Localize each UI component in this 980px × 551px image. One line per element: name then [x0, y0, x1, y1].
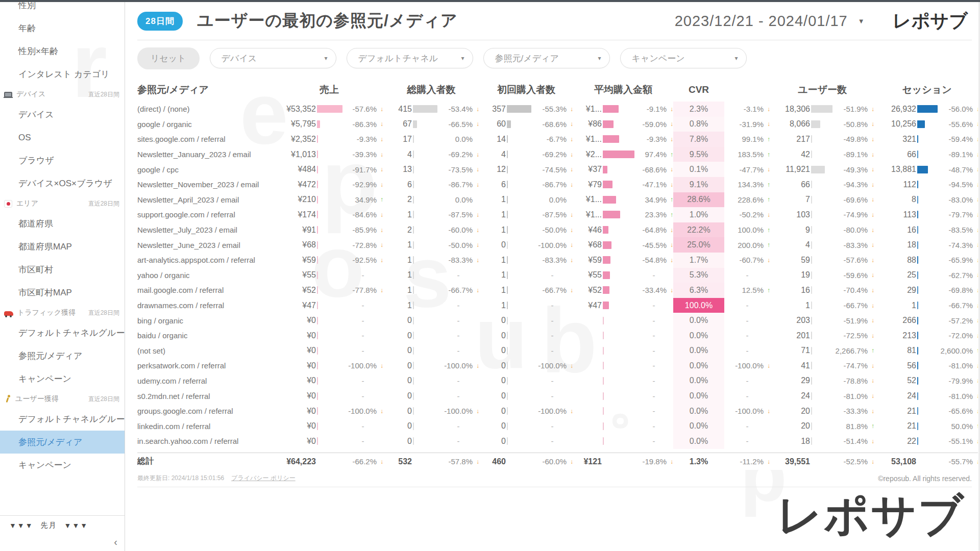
buyers-value: 0: [383, 421, 412, 431]
buyers-value: 0: [383, 376, 412, 385]
avg-value: ¥1...: [573, 135, 602, 144]
first-delta-value: -74.5%: [542, 165, 567, 174]
avg-delta-value: -19.8%: [642, 457, 667, 466]
avg-delta-value: -9.3%: [647, 135, 667, 143]
mini-bar: [917, 211, 918, 218]
up-arrow-icon: ↑: [377, 196, 383, 203]
filter-dropdown[interactable]: 参照元/メディア▾: [483, 48, 610, 68]
chevron-down-icon: ▼: [858, 17, 865, 25]
sidebar-item[interactable]: OS: [0, 126, 125, 149]
first-value: 14: [479, 135, 506, 144]
sidebar-item[interactable]: 性別: [0, 2, 125, 17]
sidebar-item[interactable]: 市区町村MAP: [0, 281, 125, 304]
sales-value: ¥0: [275, 331, 316, 340]
buyers-bar: [412, 317, 437, 324]
sales-delta-value: -91.7%: [352, 165, 377, 174]
sidebar-item[interactable]: インタレスト カテゴリ: [0, 63, 125, 86]
buyers-bar: [412, 347, 437, 355]
filter-dropdown[interactable]: デフォルトチャネル▾: [347, 48, 473, 68]
sidebar-item[interactable]: 都道府県MAP: [0, 235, 125, 258]
avg-delta: -: [634, 437, 673, 445]
table-row: udemy.com / referral¥0-0-0--0.0%-29-78.8…: [137, 373, 978, 389]
avg-delta: -9.3%↓: [634, 135, 673, 143]
triangles-right-icon[interactable]: ▼▼▼: [64, 521, 89, 530]
sidebar-item[interactable]: 性別×年齢: [0, 40, 125, 63]
sessions-value: 113: [874, 210, 916, 219]
down-arrow-icon: ↓: [667, 241, 673, 248]
mini-bar: [603, 211, 620, 218]
cvr-delta: -: [724, 346, 770, 355]
users-value: 217: [770, 135, 810, 144]
mini-bar: [603, 362, 604, 369]
column-header: 参照元/メディア: [137, 83, 275, 96]
sidebar-item[interactable]: ブラウザ: [0, 149, 125, 172]
triangles-left-icon[interactable]: ▼▼▼: [9, 521, 34, 530]
sidebar-item[interactable]: キャンペーン: [0, 454, 125, 477]
reset-button[interactable]: リセット: [137, 47, 200, 69]
sidebar-item[interactable]: 都道府県: [0, 212, 125, 235]
collapse-sidebar-icon[interactable]: ‹: [114, 536, 117, 548]
filter-dropdown[interactable]: デバイス▾: [210, 48, 336, 68]
sidebar-item[interactable]: デフォルトチャネルグループ: [0, 321, 125, 344]
avg-delta: 34.9%↑: [634, 195, 673, 204]
date-range-picker[interactable]: 2023/12/21 - 2024/01/17 ▼: [675, 13, 865, 30]
users-value: 39,551: [770, 457, 810, 466]
mini-bar: [811, 437, 812, 445]
sidebar-item[interactable]: 参照元/メディア: [0, 431, 125, 454]
buyers-delta-value: -66.7%: [448, 286, 473, 294]
sales-value: ¥0: [275, 437, 316, 446]
down-arrow-icon: ↓: [764, 458, 770, 465]
sales-bar: [316, 196, 342, 204]
users-delta-value: -49.8%: [843, 135, 868, 143]
first-bar: [506, 120, 531, 128]
sessions-delta-value: -74.3%: [948, 241, 973, 249]
avg-bar: [602, 226, 634, 234]
mini-bar: [317, 271, 318, 279]
sales-delta: -: [342, 422, 383, 431]
mini-bar: [917, 151, 918, 158]
mini-bar: [413, 241, 414, 249]
users-bar: [810, 181, 832, 188]
avg-value: ¥1...: [573, 105, 602, 114]
first-delta: -50.0%↓: [531, 226, 573, 234]
sales-value: ¥59: [275, 256, 316, 265]
users-delta: -70.4%↓: [832, 286, 874, 294]
filter-dropdown[interactable]: キャンペーン▾: [620, 48, 747, 68]
mini-bar: [917, 226, 918, 234]
sidebar-item[interactable]: デフォルトチャネルグループ: [0, 408, 125, 431]
avg-delta-value: -45.5%: [642, 241, 667, 249]
mini-bar: [917, 422, 918, 430]
mini-bar: [413, 347, 414, 355]
sidebar-item[interactable]: 年齢: [0, 17, 125, 40]
buyers-delta: -57.8%↓: [437, 457, 479, 466]
users-value: 20: [770, 421, 810, 431]
users-value: 20: [770, 407, 810, 416]
avg-delta-value: -47.1%: [642, 180, 667, 189]
mini-bar: [811, 181, 812, 188]
sales-bar: [316, 211, 342, 218]
sidebar-item[interactable]: 市区町村: [0, 258, 125, 281]
sidebar-item[interactable]: デバイス×OS×ブラウザ: [0, 172, 125, 195]
avg-delta: -54.8%↓: [634, 256, 673, 264]
mini-bar: [317, 151, 318, 158]
mini-bar: [811, 317, 812, 324]
sessions-bar: [916, 166, 938, 173]
users-value: 24: [770, 391, 810, 400]
sales-bar: [316, 151, 342, 158]
down-arrow-icon: ↓: [868, 181, 874, 188]
sidebar-item[interactable]: キャンペーン: [0, 367, 125, 390]
mini-bar: [917, 241, 918, 249]
first-bar: [506, 437, 531, 445]
mini-bar: [413, 226, 414, 234]
source-medium-label: drawnames.com / referral: [137, 301, 275, 310]
privacy-policy-link[interactable]: プライバシー ポリシー: [231, 474, 296, 483]
mini-bar: [917, 256, 918, 264]
sidebar-item[interactable]: 参照元/メディア: [0, 344, 125, 367]
sessions-delta-value: 50.0%: [951, 422, 973, 431]
table-row: google / cpc¥484-91.7%↓13-73.5%↓12-74.5%…: [137, 162, 978, 177]
sales-bar: [316, 302, 342, 309]
sidebar-item[interactable]: デバイス: [0, 103, 125, 126]
buyers-delta-value: -69.2%: [448, 150, 473, 159]
sidebar-section-period: 直近28日間: [88, 309, 119, 317]
down-arrow-icon: ↓: [473, 408, 479, 415]
